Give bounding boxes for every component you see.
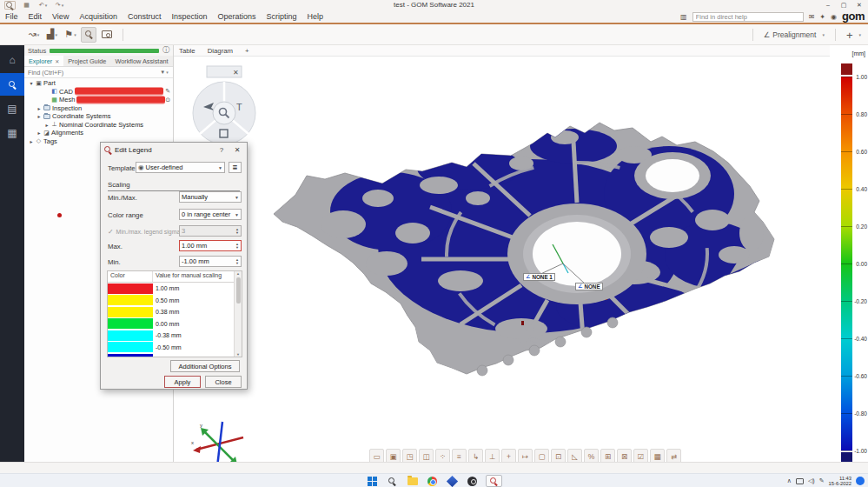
close-button[interactable]: ✕ [852, 0, 866, 10]
speaker-icon[interactable]: ◁) [808, 477, 815, 484]
expander-icon[interactable]: ▸ [28, 138, 35, 144]
chevron-down-icon[interactable]: ▾ [822, 32, 825, 37]
file-explorer-button[interactable] [406, 476, 419, 487]
table-scrollbar[interactable]: ▲ ▼ [234, 271, 242, 357]
edit-pencil-icon[interactable]: ✎ [165, 88, 170, 95]
edit-legend-dialog[interactable]: Edit Legend ? ✕ Template ◉ User-defined … [100, 142, 248, 390]
template-combo[interactable]: ◉ User-defined ▼ [136, 162, 225, 173]
expander-icon[interactable]: ▸ [36, 113, 43, 119]
legend-table-row[interactable]: 1.00 mm [108, 283, 234, 295]
account-icon[interactable]: ◉ [831, 13, 837, 21]
nav-apps-icon[interactable]: ▦ [0, 122, 24, 144]
tree-item-mesh[interactable]: ▦Mesh⊙ [24, 96, 173, 104]
expander-icon[interactable]: ▸ [36, 130, 43, 136]
annotation-label[interactable]: ∠ NONE 1 [523, 273, 555, 281]
menu-construct[interactable]: Construct [123, 12, 167, 21]
close-icon[interactable]: ✕ [233, 69, 239, 77]
menu-view[interactable]: View [47, 12, 74, 21]
viewport-tab-diagram[interactable]: Diagram [208, 47, 233, 55]
nav-report-icon[interactable]: ▤ [0, 97, 24, 120]
filter-icon[interactable]: ▼▾ [156, 70, 173, 75]
apply-button[interactable]: Apply [164, 376, 201, 388]
blue-app-button[interactable] [446, 476, 459, 487]
minimize-button[interactable]: – [821, 0, 835, 10]
viewport-canvas[interactable]: ✕ T [174, 57, 830, 462]
pen-icon[interactable]: ✎ [819, 477, 825, 484]
feedback-icon[interactable]: ✉ [809, 13, 815, 21]
scroll-thumb[interactable] [236, 277, 241, 304]
explorer-tab-project-guide[interactable]: Project Guide [63, 56, 110, 66]
dialog-title-bar[interactable]: Edit Legend ? ✕ [101, 143, 247, 157]
navigation-pie-widget[interactable]: ✕ T [184, 65, 264, 149]
explorer-tab-explorer[interactable]: Explorer✕ [24, 56, 63, 66]
add-stage-button[interactable]: + [846, 29, 853, 42]
gom-app-button-active[interactable] [486, 475, 502, 487]
menu-file[interactable]: File [0, 12, 23, 21]
colorrange-combo[interactable]: 0 in range center ▼ [179, 209, 242, 220]
close-icon[interactable]: ✕ [55, 58, 59, 64]
text-tool-icon[interactable]: T [236, 102, 242, 112]
max-input[interactable]: 1.00 mm ▲▼ [179, 240, 242, 251]
tree-item-nominal-coordinate-systems[interactable]: ▸⊥Nominal Coordinate Systems [24, 121, 173, 130]
legend-table-row[interactable]: 0.50 mm [108, 295, 234, 307]
tree-item-inspection[interactable]: ▸Inspection [24, 104, 173, 113]
tree-item-coordinate-systems[interactable]: ▸Coordinate Systems [24, 112, 173, 121]
scroll-up-icon[interactable]: ▲ [236, 271, 240, 276]
explorer-tab-workflow-assistant[interactable]: Workflow Assistant [110, 56, 172, 66]
expander-icon[interactable]: ▸ [43, 122, 50, 128]
menu-edit[interactable]: Edit [23, 12, 48, 21]
chrome-button[interactable] [426, 476, 439, 487]
menu-operations[interactable]: Operations [212, 12, 261, 21]
minmax-combo[interactable]: Manually ▼ [179, 191, 242, 203]
notification-badge[interactable] [856, 477, 865, 485]
clock[interactable]: 11:43 15-6-2022 [829, 476, 851, 486]
menu-acquisition[interactable]: Acquisition [74, 12, 123, 21]
start-button[interactable] [366, 476, 379, 487]
tree-item-alignments[interactable]: ▸◪Alignments [24, 129, 173, 137]
close-icon[interactable]: ✕ [231, 146, 243, 154]
close-button[interactable]: Close [205, 376, 242, 388]
expander-icon[interactable]: ▾ [28, 80, 35, 86]
help-button[interactable]: ? [215, 146, 228, 154]
viewport-3d[interactable]: TableDiagram+ ✕ T [174, 45, 830, 462]
scroll-down-icon[interactable]: ▼ [236, 352, 240, 357]
legend-table-row[interactable]: 0.38 mm [108, 306, 234, 318]
snapshot-button[interactable] [99, 27, 115, 43]
prealignment-selector[interactable]: ∠ Prealignment [764, 30, 817, 39]
legend-table-row[interactable] [108, 353, 234, 357]
menu-inspection[interactable]: Inspection [166, 12, 212, 21]
menu-help[interactable]: Help [302, 12, 329, 21]
spinner-arrows-icon[interactable]: ▲▼ [235, 258, 239, 265]
expander-icon[interactable]: ▸ [36, 105, 43, 111]
additional-options-button[interactable]: Additional Options [170, 360, 240, 372]
info-icon[interactable]: ⓘ [162, 47, 169, 54]
nav-search-icon[interactable] [0, 73, 24, 96]
cad-model-render[interactable] [261, 116, 834, 403]
tray-chevron-icon[interactable]: ∧ [787, 477, 792, 484]
find-input[interactable] [24, 69, 156, 77]
nav-home-icon[interactable]: ⌂ [0, 49, 24, 71]
legend-table-row[interactable]: 0.00 mm [108, 318, 234, 330]
legend-table-row[interactable]: -0.50 mm [108, 342, 234, 354]
taskbar-search-button[interactable] [386, 476, 399, 487]
tree-item-part[interactable]: ▾▣Part [24, 79, 173, 88]
help-search-input[interactable] [692, 12, 804, 22]
training-icon[interactable]: ✦ [819, 13, 825, 21]
flag-tool-button[interactable]: ⚑▾ [63, 27, 78, 43]
tree-item-cad[interactable]: ◧CAD✎ [24, 88, 173, 97]
min-input[interactable]: -1.00 mm ▲▼ [179, 256, 242, 267]
chevron-down-icon[interactable]: ▾ [858, 32, 861, 37]
visibility-eye-icon[interactable]: ⊙ [165, 97, 170, 103]
pie-center[interactable] [213, 102, 235, 124]
spinner-arrows-icon[interactable]: ▲▼ [235, 243, 239, 250]
template-list-button[interactable]: ≣ [229, 162, 242, 173]
manual-icon[interactable]: ▥ [680, 13, 687, 21]
annotation-label[interactable]: ∠ NONE [575, 283, 603, 290]
legend-table-row[interactable]: -0.38 mm [108, 330, 234, 342]
menu-scripting[interactable]: Scripting [262, 12, 302, 21]
sketch-tool-button[interactable]: ↝▾ [26, 27, 42, 43]
viewport-tab-add[interactable]: + [245, 47, 249, 55]
dark-app-button[interactable] [466, 476, 479, 487]
diagram-tool-button[interactable]: ▟▾ [44, 27, 60, 43]
zoom-tool-button[interactable] [81, 27, 96, 43]
